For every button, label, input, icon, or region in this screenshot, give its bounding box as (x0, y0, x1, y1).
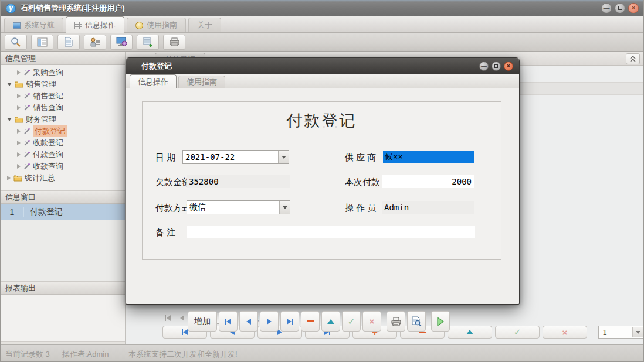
payment-amount-value: 2000 (384, 177, 472, 186)
tree-item-receipt-register[interactable]: 收款登记 (1, 137, 125, 149)
tree-item-receipt-query[interactable]: 收款查询 (1, 160, 125, 172)
expand-arrow-icon[interactable] (17, 105, 21, 110)
table-view-toolbar-button[interactable] (31, 35, 53, 50)
collapse-arrow-icon[interactable] (7, 83, 12, 86)
tab-about[interactable]: 关于 (188, 18, 221, 32)
collapse-panel-button[interactable] (626, 53, 640, 64)
sidebar-panel-windows-header[interactable]: 信息窗口 (1, 190, 125, 204)
last-record-button[interactable] (280, 311, 299, 332)
up-triangle-icon (327, 319, 334, 324)
check-icon: ✓ (348, 316, 355, 327)
add-button-label: 增加 (194, 316, 211, 327)
supplier-label: 供 应 商 (345, 152, 376, 163)
database-add-toolbar-button[interactable] (137, 35, 159, 50)
tab-system-nav[interactable]: 系统导航 (4, 18, 63, 32)
add-button[interactable]: 增加 (188, 311, 217, 332)
user-toolbar-button[interactable] (84, 35, 106, 50)
sidebar: 信息管理 采购查询 销售管理 销售登记 销售查询 财务管理 (1, 52, 126, 344)
record-cancel-button[interactable]: × (543, 326, 587, 339)
tab-info-operation[interactable]: 信息操作 (66, 16, 124, 33)
payment-amount-field[interactable]: 2000 (382, 175, 474, 188)
dialog-tab-info-operation[interactable]: 信息操作 (130, 74, 177, 88)
tree-item-payment-query[interactable]: 付款查询 (1, 149, 125, 160)
tab-label: 信息操作 (85, 20, 116, 30)
confirm-button[interactable]: ✓ (342, 311, 361, 332)
tree-item-label: 销售登记 (33, 91, 63, 101)
dropdown-button[interactable] (278, 151, 289, 163)
expand-arrow-icon[interactable] (17, 152, 21, 157)
minimize-button[interactable]: — (601, 3, 612, 13)
tree-item-statistics-summary[interactable]: 统计汇总 (1, 172, 125, 184)
tree-item-label-selected: 付款登记 (33, 125, 67, 137)
system-message: 本系统支持二次开发和全新开发! (128, 349, 238, 360)
dialog-maximize-button[interactable] (492, 62, 501, 71)
edit-record-button[interactable] (321, 311, 340, 332)
monitor-toolbar-button[interactable] (110, 35, 133, 50)
expand-arrow-icon[interactable] (7, 176, 11, 180)
tree-item-finance-management[interactable]: 财务管理 (1, 114, 125, 125)
dropdown-button[interactable] (279, 201, 290, 214)
maximize-icon (618, 6, 622, 10)
tree-item-sales-management[interactable]: 销售管理 (1, 78, 125, 90)
delete-record-button[interactable] (301, 311, 320, 332)
print-preview-button[interactable] (407, 311, 426, 332)
dialog-titlebar[interactable]: 付款登记 — × (126, 58, 519, 74)
close-button[interactable]: × (628, 3, 639, 13)
expand-arrow-icon[interactable] (17, 164, 21, 169)
tab-label: 使用指南 (147, 20, 177, 30)
wand-icon (23, 93, 30, 100)
sidebar-panel-info-header[interactable]: 信息管理 (1, 52, 125, 65)
window-list-item[interactable]: 1 付款登记 (1, 204, 125, 220)
folder-icon (13, 175, 22, 182)
operator-field: Admin (382, 201, 474, 214)
payment-form-panel: 付款登记 日 期 2021-07-22 供 应 商 候×× 欠款金额 35280… (142, 101, 501, 260)
first-record-button[interactable] (219, 311, 238, 332)
printer-toolbar-button[interactable] (163, 35, 185, 50)
table-view-icon (37, 37, 48, 47)
operator-value: Admin (384, 203, 409, 212)
tree-item-sales-register[interactable]: 销售登记 (1, 90, 125, 102)
remark-field[interactable] (187, 226, 475, 238)
expand-arrow-icon[interactable] (17, 129, 21, 134)
tab-user-guide[interactable]: 使用指南 (127, 18, 186, 32)
record-selector-combobox[interactable]: 1 (598, 326, 644, 339)
reports-empty-area (1, 295, 125, 341)
wand-icon (23, 163, 30, 170)
tab-label: 信息操作 (138, 77, 168, 87)
dialog-tab-user-guide[interactable]: 使用指南 (178, 76, 225, 88)
maximize-button[interactable] (615, 3, 625, 13)
tree-item-payment-register[interactable]: 付款登记 (1, 125, 125, 137)
run-button[interactable] (431, 311, 450, 332)
dialog-title: 付款登记 (141, 61, 172, 71)
wand-icon (23, 104, 30, 111)
sidebar-panel-reports-header[interactable]: 报表输出 (1, 281, 125, 295)
payment-method-value: 微信 (187, 202, 279, 213)
dialog-close-button[interactable]: × (504, 62, 513, 71)
wand-icon (23, 128, 30, 135)
dropdown-button[interactable] (632, 327, 643, 337)
printer-icon (169, 37, 180, 46)
next-record-button[interactable] (260, 311, 279, 332)
wand-icon (23, 69, 30, 76)
tree-item-sales-query[interactable]: 销售查询 (1, 102, 125, 114)
payment-method-combobox[interactable]: 微信 (187, 200, 290, 214)
date-combobox[interactable]: 2021-07-22 (182, 150, 289, 164)
debt-amount-value: 352800 (189, 177, 219, 186)
tab-label: 使用指南 (187, 77, 217, 87)
tree-item-label: 销售管理 (26, 79, 56, 90)
tree-item-purchase-query[interactable]: 采购查询 (1, 67, 125, 78)
database-add-icon (143, 37, 153, 47)
document-toolbar-button[interactable] (57, 35, 80, 50)
supplier-field[interactable]: 候×× (383, 151, 474, 163)
debt-amount-field: 352800 (187, 175, 290, 188)
expand-arrow-icon[interactable] (17, 141, 21, 145)
search-toolbar-button[interactable] (5, 35, 27, 50)
collapse-arrow-icon[interactable] (7, 118, 12, 121)
expand-arrow-icon[interactable] (17, 70, 21, 75)
window-list-empty-area (1, 220, 125, 281)
previous-record-button[interactable] (239, 311, 258, 332)
dialog-minimize-button[interactable]: — (479, 62, 489, 71)
expand-arrow-icon[interactable] (17, 94, 21, 98)
print-button[interactable] (387, 311, 405, 332)
cancel-button[interactable]: × (362, 311, 381, 332)
